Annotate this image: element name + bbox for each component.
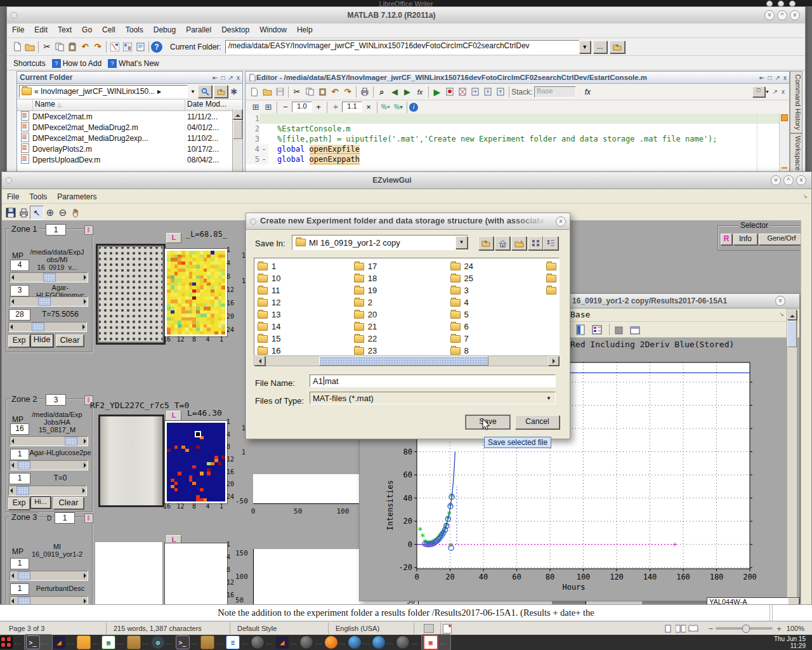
status-page-style[interactable]: Default Style — [237, 625, 326, 632]
zone2-plate-image[interactable] — [98, 415, 164, 507]
folder-item[interactable]: 13 — [258, 308, 354, 321]
menu-cell[interactable]: Cell — [97, 24, 121, 36]
dock-icon[interactable]: ⇤ — [759, 74, 764, 81]
menu-go[interactable]: Go — [77, 24, 97, 36]
zone2-slider-1[interactable] — [10, 436, 88, 446]
actions-gear-icon[interactable]: ✱ — [228, 86, 240, 97]
folder-item[interactable]: 8 — [450, 345, 547, 355]
file-row[interactable]: DpertsUploadDev.m08/04/2... — [17, 154, 242, 165]
background-window-buttons[interactable] — [766, 1, 796, 6]
zone1-hide-button[interactable]: Hide — [30, 334, 53, 347]
folder-item[interactable]: 21 — [354, 321, 450, 333]
folder-item[interactable]: 25 — [450, 272, 547, 284]
home-icon[interactable] — [495, 236, 510, 250]
zone2-slider-3[interactable] — [8, 486, 87, 496]
folder-item[interactable]: 4 — [450, 296, 547, 308]
app-orb-2-icon[interactable]: ... — [299, 635, 325, 650]
value-field-2[interactable]: 1.1 — [342, 102, 362, 112]
folder-item[interactable]: 20 — [354, 308, 450, 321]
file-manager-icon[interactable]: ... — [77, 635, 102, 650]
editor-layout-button[interactable]: □ — [752, 86, 765, 97]
pan-hand-icon[interactable] — [69, 206, 82, 219]
zone1-mp-field[interactable]: 4 — [10, 260, 29, 271]
print-icon[interactable] — [358, 86, 371, 98]
ezview-titlebar[interactable]: EZviewGui v ^ x — [2, 172, 811, 189]
minimize-icon[interactable]: v — [771, 175, 781, 185]
book-view-icon[interactable] — [687, 622, 700, 635]
step-in-icon[interactable] — [481, 86, 494, 98]
horizontal-scrollbar[interactable] — [254, 355, 560, 366]
file-row[interactable]: DMPexcel2mat_MediaDrug2.m04/01/2... — [17, 122, 242, 133]
code-area[interactable]: 12%EstartConsole.m3%[file,path] = uiputf… — [246, 114, 779, 173]
folder-item[interactable]: 19 — [354, 284, 450, 296]
taskbar-menu-dots[interactable]: ... — [67, 639, 74, 646]
simulink-icon[interactable] — [108, 41, 121, 53]
taskbar-menu-dots[interactable]: ... — [315, 639, 322, 646]
editor-header[interactable]: Editor - /media/data/EASY/InovImager_jwr… — [246, 72, 789, 84]
terminal-2-icon[interactable]: >_... — [176, 635, 201, 650]
app-orb-4-icon[interactable]: ... — [372, 635, 396, 650]
file-table-header[interactable]: Name △ Date Mod... — [17, 100, 242, 111]
zone1-heatmap[interactable] — [164, 248, 228, 337]
selector-info-button[interactable]: Info — [733, 234, 757, 245]
maximize-panel-icon[interactable]: □ — [221, 74, 225, 81]
folder-item-partial[interactable] — [546, 260, 559, 272]
function-browser-icon[interactable]: fx — [414, 86, 426, 98]
close-icon[interactable]: x — [556, 216, 566, 227]
tab-command-history[interactable]: Command History — [790, 71, 802, 133]
zoom-slider[interactable] — [716, 627, 773, 630]
zone1-slider-1[interactable] — [10, 272, 88, 282]
browser-icon[interactable]: ... — [325, 635, 349, 650]
taskbar-menu-dots[interactable]: ... — [15, 639, 22, 646]
guide-icon[interactable] — [121, 41, 134, 53]
taskbar-menu-dots[interactable]: ... — [363, 639, 370, 646]
run-icon[interactable]: ▶ — [431, 86, 443, 98]
folder-item-partial[interactable] — [546, 284, 559, 296]
code-line[interactable]: 2%EstartConsole.m — [246, 124, 779, 134]
spreadsheet-icon[interactable]: ▦... — [102, 635, 127, 650]
zone2-exp-button[interactable]: Exp — [8, 498, 30, 510]
image-viewer-icon[interactable]: ▣... — [421, 634, 452, 650]
close-icon[interactable] — [789, 1, 796, 6]
dialog-titlebar[interactable]: Create new Experiment folder and data st… — [246, 213, 570, 230]
zone2-log-button[interactable]: L — [166, 411, 181, 421]
profiler-icon[interactable] — [134, 41, 147, 53]
shortcut-how-to-add[interactable]: How to Add — [63, 59, 102, 68]
decrease-icon[interactable]: − — [279, 101, 292, 114]
tab-workspace[interactable]: Workspace — [790, 133, 802, 173]
menu-edit[interactable]: Edit — [29, 24, 53, 36]
zone2-clear-button[interactable]: Clear — [53, 497, 84, 509]
folder-item-partial[interactable] — [546, 272, 559, 284]
code-line[interactable]: 1 — [246, 114, 779, 124]
undock-icon[interactable]: ↗ — [228, 74, 233, 81]
undock-icon[interactable]: ↗ — [775, 74, 780, 81]
selector-r-button[interactable]: R — [721, 234, 732, 245]
copy-icon[interactable] — [53, 41, 66, 53]
zoom-out-icon[interactable]: − — [709, 624, 714, 633]
grid-view-icon[interactable] — [528, 236, 543, 250]
new-file-icon[interactable] — [11, 41, 23, 53]
zone1-corner-button[interactable] — [84, 225, 93, 235]
zone3-number-field[interactable]: 1 — [55, 512, 75, 524]
folder-item[interactable]: 14 — [258, 321, 354, 333]
single-page-view-icon[interactable] — [662, 622, 674, 635]
zone1-number-field[interactable]: 1 — [46, 224, 66, 235]
go-back-icon[interactable]: ◀ — [388, 86, 401, 98]
increase-icon[interactable]: + — [312, 101, 325, 114]
folder-item[interactable]: 24 — [450, 260, 547, 272]
zone3-media-field[interactable]: 1 — [10, 583, 29, 595]
cell-mode-icon[interactable]: ⊞ — [262, 101, 275, 114]
set-breakpoint-icon[interactable] — [443, 86, 456, 98]
divide-icon[interactable]: ÷ — [329, 101, 342, 114]
cancel-button[interactable]: Cancel — [515, 415, 560, 429]
taskbar-menu-dots[interactable]: ... — [339, 639, 346, 646]
info-icon[interactable]: i — [409, 103, 418, 112]
files-of-type-select[interactable]: MAT-files (*.mat) ▼ — [310, 392, 556, 404]
close-icon[interactable]: x — [775, 296, 785, 306]
insert-cell-icon[interactable]: ⊞ — [249, 101, 262, 114]
comment-percent-icon[interactable]: %+ — [379, 101, 392, 114]
status-language[interactable]: English (USA) — [336, 625, 412, 632]
taskbar-menu-dots[interactable]: ... — [192, 639, 199, 646]
zone2-hide-button[interactable]: Hi... — [30, 496, 51, 508]
go-forward-icon[interactable]: ▶ — [401, 86, 414, 98]
